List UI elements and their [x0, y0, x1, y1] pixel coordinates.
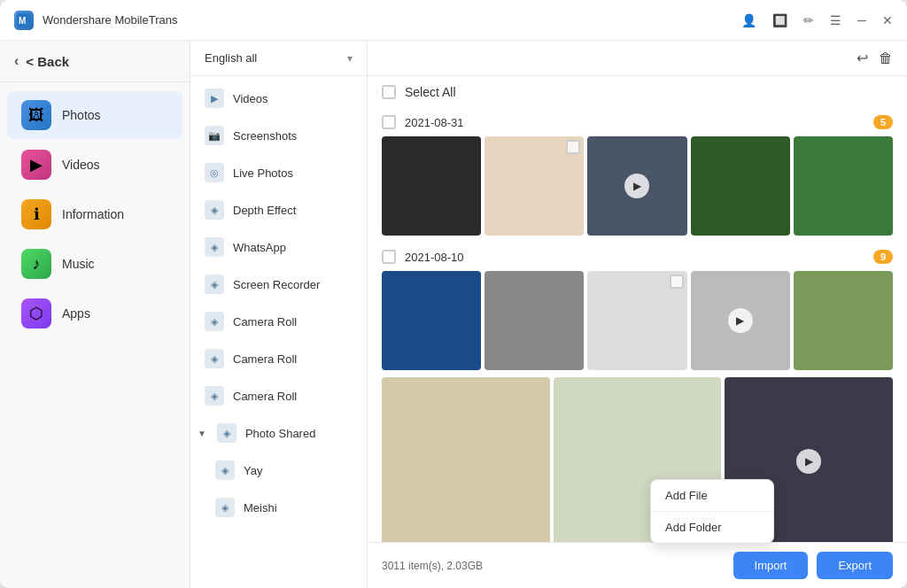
album-item-screen-recorder[interactable]: ◈ Screen Recorder: [190, 266, 367, 303]
photo-thumb[interactable]: [794, 136, 893, 236]
menu-icon[interactable]: ☰: [830, 13, 841, 27]
right-toolbar: ↩ 🗑: [368, 41, 907, 76]
edit-icon[interactable]: ✏: [803, 13, 814, 27]
right-panel: ↩ 🗑 Select All 2021-08-31 5: [368, 41, 907, 588]
titlebar: M Wondershare MobileTrans 👤 🔲 ✏ ☰ ─ ✕: [0, 0, 907, 41]
date-2-label: 2021-08-10: [405, 251, 864, 264]
delete-button[interactable]: 🗑: [879, 50, 893, 66]
album-item-camera-roll-3[interactable]: ◈ Camera Roll: [190, 377, 367, 414]
album-item-screenshots[interactable]: 📷 Screenshots: [190, 117, 367, 154]
photo-thumb[interactable]: [485, 271, 584, 370]
album-item-camera-roll-1[interactable]: ◈ Camera Roll: [190, 303, 367, 340]
language-label: English all: [205, 51, 257, 65]
photo-thumb[interactable]: [382, 271, 481, 370]
photo-thumb[interactable]: [382, 377, 550, 542]
app-window: M Wondershare MobileTrans 👤 🔲 ✏ ☰ ─ ✕ ‹ …: [0, 0, 907, 588]
date-row-1: 2021-08-31 5: [382, 108, 893, 136]
bottom-buttons: Import Export: [733, 552, 893, 579]
sidebar-item-apps[interactable]: ⬡ Apps: [7, 290, 182, 337]
album-live-icon: ◎: [205, 163, 224, 182]
album-item-meishi[interactable]: ◈ Meishi: [190, 489, 367, 526]
close-button[interactable]: ✕: [882, 13, 893, 27]
export-button[interactable]: Export: [817, 552, 893, 579]
music-label: Music: [62, 257, 95, 271]
chevron-down-icon: ▾: [347, 52, 353, 65]
select-all-row: Select All: [382, 76, 893, 108]
expand-icon: ▼: [198, 429, 206, 438]
album-item-depth-effect[interactable]: ◈ Depth Effect: [190, 191, 367, 228]
album-item-camera-roll-2[interactable]: ◈ Camera Roll: [190, 340, 367, 377]
album-shared-label: Photo Shared: [245, 427, 316, 440]
back-label: < Back: [26, 54, 69, 69]
back-arrow-icon: ‹: [14, 53, 19, 69]
album-screen-label: Screen Recorder: [233, 278, 320, 291]
date-2-count: 9: [873, 250, 893, 264]
info-label: Information: [62, 207, 124, 221]
album-whatsapp-label: WhatsApp: [233, 241, 286, 254]
album-yay-label: Yay: [244, 464, 262, 477]
sidebar-item-photos[interactable]: 🖼 Photos: [7, 91, 182, 139]
photo-thumb[interactable]: [485, 136, 584, 236]
select-all-checkbox[interactable]: [382, 85, 396, 99]
date-2-checkbox[interactable]: [382, 250, 396, 264]
album-screenshots-icon: 📷: [205, 126, 224, 145]
album-item-live-photos[interactable]: ◎ Live Photos: [190, 154, 367, 191]
sidebar-item-videos[interactable]: ▶ Videos: [7, 141, 182, 189]
album-live-label: Live Photos: [233, 166, 293, 180]
photo-checkbox[interactable]: [670, 275, 684, 289]
bottom-bar: 3011 item(s), 2.03GB Import Export Add F…: [368, 542, 907, 588]
photo-thumb[interactable]: [794, 271, 893, 370]
album-item-videos[interactable]: ▶ Videos: [190, 80, 367, 117]
album-item-whatsapp[interactable]: ◈ WhatsApp: [190, 228, 367, 266]
sidebar-nav: 🖼 Photos ▶ Videos ℹ Information ♪ Music …: [0, 82, 190, 588]
select-all-label: Select All: [405, 85, 456, 99]
back-button[interactable]: ‹ < Back: [0, 41, 190, 82]
album-camera1-icon: ◈: [205, 312, 224, 331]
svg-text:M: M: [19, 16, 26, 26]
sidebar-item-information[interactable]: ℹ Information: [7, 190, 182, 238]
item-count: 3011 item(s), 2.03GB: [382, 560, 483, 572]
sidebar-item-music[interactable]: ♪ Music: [7, 240, 182, 288]
album-panel: English all ▾ ▶ Videos 📷 Screenshots ◎ L…: [190, 41, 368, 588]
album-camera3-label: Camera Roll: [233, 390, 297, 403]
album-camera1-label: Camera Roll: [233, 315, 297, 329]
photo-grid-2b: ▶: [382, 377, 893, 542]
photo-thumb[interactable]: ▶: [587, 136, 686, 236]
album-screen-icon: ◈: [205, 275, 224, 294]
album-camera2-icon: ◈: [205, 349, 224, 368]
album-item-photo-shared[interactable]: ▼ ◈ Photo Shared: [190, 414, 367, 452]
play-icon: ▶: [728, 308, 753, 333]
photo-checkbox[interactable]: [566, 140, 580, 154]
photo-thumb[interactable]: [587, 271, 686, 370]
photo-grid-2: ▶: [382, 271, 893, 370]
photos-icon: 🖼: [21, 100, 51, 130]
app-title: Wondershare MobileTrans: [43, 13, 741, 27]
album-depth-label: Depth Effect: [233, 204, 296, 217]
import-button[interactable]: Import: [733, 552, 809, 579]
apps-icon: ⬡: [21, 298, 51, 329]
album-videos-label: Videos: [233, 92, 268, 105]
album-videos-icon: ▶: [205, 89, 224, 108]
play-icon: ▶: [796, 449, 821, 474]
photo-thumb[interactable]: [691, 136, 790, 236]
album-meishi-icon: ◈: [215, 498, 235, 517]
language-selector[interactable]: English all ▾: [190, 41, 367, 76]
add-file-option[interactable]: Add File: [651, 480, 773, 512]
sidebar: ‹ < Back 🖼 Photos ▶ Videos ℹ Information…: [0, 41, 190, 588]
play-icon: ▶: [624, 174, 649, 198]
date-1-checkbox[interactable]: [382, 115, 396, 129]
info-icon: ℹ: [21, 199, 51, 229]
main-content: ‹ < Back 🖼 Photos ▶ Videos ℹ Information…: [0, 41, 907, 588]
undo-button[interactable]: ↩: [857, 50, 868, 66]
minimize-button[interactable]: ─: [857, 13, 866, 27]
photo-thumb[interactable]: ▶: [691, 271, 790, 370]
window-controls: 👤 🔲 ✏ ☰ ─ ✕: [741, 13, 893, 27]
add-folder-option[interactable]: Add Folder: [651, 512, 773, 543]
album-list: ▶ Videos 📷 Screenshots ◎ Live Photos ◈ D…: [190, 76, 367, 588]
bookmark-icon[interactable]: 🔲: [772, 13, 787, 27]
user-icon[interactable]: 👤: [741, 13, 756, 27]
photo-thumb[interactable]: [382, 136, 481, 236]
videos-label: Videos: [62, 158, 100, 172]
videos-icon: ▶: [21, 150, 51, 180]
album-item-yay[interactable]: ◈ Yay: [190, 452, 367, 489]
